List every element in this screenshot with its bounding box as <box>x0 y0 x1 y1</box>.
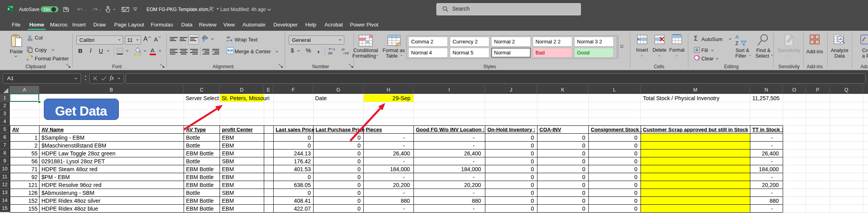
svg-text:0: 0 <box>333 48 335 51</box>
svg-text:X: X <box>8 7 10 11</box>
svg-text:0: 0 <box>347 51 349 55</box>
svg-text:A: A <box>735 34 739 40</box>
svg-text:.00: .00 <box>341 48 345 51</box>
svg-text:c: c <box>227 39 228 42</box>
svg-text:.00: .00 <box>327 51 333 55</box>
svg-text:Z: Z <box>735 40 738 46</box>
